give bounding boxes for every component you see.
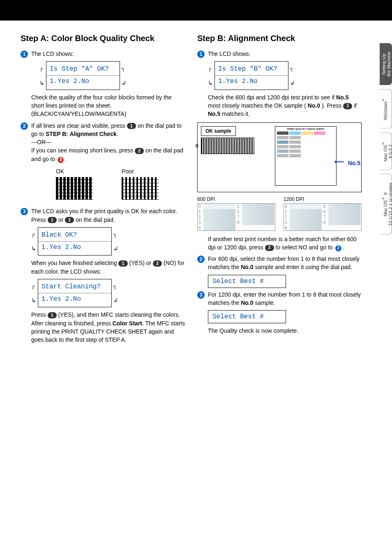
lcd-cycle-right-icon: ╮↲ bbox=[122, 64, 127, 87]
lcd-screen: Start Cleaning? 1.Yes 2.No bbox=[38, 279, 112, 307]
text: When you have finished selecting bbox=[31, 260, 118, 266]
text: Press bbox=[31, 311, 48, 318]
lcd-screen: Black OK? 1.Yes 2.No bbox=[38, 227, 112, 256]
dpi-1200-grid: 051627384 bbox=[284, 203, 362, 231]
quality-sheet-thumbnail: PRINT QUALITY CHECK SHEET bbox=[275, 126, 337, 186]
poor-pattern-image bbox=[122, 177, 159, 200]
lcd-line: 1.Yes 2.No bbox=[38, 293, 111, 305]
lcd-display-a2: ╭↳ Black OK? 1.Yes 2.No ╮↲ bbox=[31, 227, 185, 256]
ok-poor-comparison: OK Poor bbox=[56, 167, 185, 200]
lcd-cycle-right-icon: ╮↲ bbox=[113, 230, 118, 253]
lcd-line: Black OK? bbox=[38, 229, 111, 241]
step-b-2-body: For 600 dpi, select the number from 1 to… bbox=[208, 255, 362, 272]
step-a-1-desc: Check the quality of the four color bloc… bbox=[31, 93, 185, 118]
lcd-intro-text: The LCD shows: bbox=[208, 50, 362, 58]
step-b-3-body: For 1200 dpi, enter the number from 1 to… bbox=[208, 290, 362, 307]
lcd-cycle-left-icon: ╭↳ bbox=[31, 230, 37, 253]
bullet-3-icon: 3 bbox=[197, 291, 205, 299]
text: on the dial pad. bbox=[76, 216, 115, 223]
bullet-1-icon: 1 bbox=[21, 51, 28, 58]
lcd-line: 1.Yes 2.No bbox=[46, 75, 120, 88]
lcd-select-best-1: Select Best # bbox=[208, 275, 286, 288]
text: For 1200 dpi, enter the number from 1 to… bbox=[208, 291, 361, 306]
poor-column: Poor bbox=[122, 167, 159, 200]
dpi-1200-column: 1200 DPI 051627384 bbox=[284, 196, 362, 231]
dialpad-1-key: 1 bbox=[127, 123, 136, 129]
step-b-1: 1 The LCD shows: ╭↳ Is Step "B" OK? 1.Ye… bbox=[197, 50, 362, 118]
text: most closely matches the OK sample ( bbox=[208, 102, 306, 109]
text: ). Press bbox=[322, 102, 343, 109]
ok-sample-label: OK sample bbox=[201, 126, 236, 136]
lcd-screen: Is Step "B" OK? 1.Yes 2.No bbox=[214, 61, 288, 90]
lcd-intro-text: The LCD shows: bbox=[31, 50, 185, 58]
or-divider: ---OR--- bbox=[31, 138, 185, 146]
dpi-600-column: 600 DPI 051627384 bbox=[197, 196, 275, 231]
text: (YES), and then MFC starts cleaning the … bbox=[58, 311, 180, 318]
step-a-3-body: The LCD asks you if the print quality is… bbox=[31, 207, 185, 344]
lcd-line: Is Step "A" OK? bbox=[46, 63, 120, 75]
ok-label: OK bbox=[56, 167, 93, 175]
text: . bbox=[117, 131, 118, 137]
text-bold: No.5 bbox=[208, 111, 220, 117]
dialpad-1-key: 1 bbox=[343, 103, 352, 109]
lcd-display-a1: ╭↳ Is Step "A" OK? 1.Yes 2.No ╮↲ bbox=[39, 61, 185, 90]
text: After cleaning is finished, press bbox=[31, 320, 113, 327]
dialpad-1-key: 1 bbox=[118, 260, 127, 267]
step-b-3: 3 For 1200 dpi, enter the number from 1 … bbox=[197, 290, 362, 307]
lcd-cycle-right-icon: ╮↲ bbox=[113, 282, 118, 305]
text: (YES) or bbox=[129, 260, 153, 266]
lcd-cycle-left-icon: ╭↳ bbox=[31, 282, 37, 305]
step-a-column: Step A: Color Block Quality Check 1 The … bbox=[21, 29, 185, 347]
ref-bullet-3-icon: 3 bbox=[58, 157, 64, 163]
step-a-3: 3 The LCD asks you if the print quality … bbox=[21, 207, 185, 344]
ok-pattern-image bbox=[56, 177, 93, 200]
dialpad-1-key: 1 bbox=[48, 217, 57, 223]
step-a-title: Step A: Color Block Quality Check bbox=[21, 33, 185, 44]
lcd-line: Start Cleaning? bbox=[38, 281, 111, 293]
text: if bbox=[354, 102, 357, 109]
dialpad-1-key: 1 bbox=[48, 312, 57, 318]
text: . bbox=[65, 156, 66, 162]
text: . bbox=[342, 244, 344, 251]
step-b-column: Step B: Alignment Check 1 The LCD shows:… bbox=[197, 29, 362, 347]
dialpad-2-key: 2 bbox=[65, 217, 74, 223]
tab-macos-x[interactable]: Mac OS® X10.1/10.2.1 or greater bbox=[380, 174, 392, 235]
dpi-600-label: 600 DPI bbox=[197, 196, 275, 202]
lcd-cycle-left-icon: ╭↳ bbox=[39, 64, 45, 87]
dialpad-2-key: 2 bbox=[265, 245, 274, 251]
bullet-1-icon: 1 bbox=[197, 51, 205, 58]
text-bold: No.5 bbox=[336, 94, 348, 101]
tab-macos-classic[interactable]: Mac OS®8.6-9.2 bbox=[380, 133, 392, 170]
completion-text: The Quality check is now complete. bbox=[208, 327, 362, 335]
tab-setting-up[interactable]: Setting Up the Machine bbox=[380, 43, 392, 85]
dpi-1200-label: 1200 DPI bbox=[284, 196, 362, 202]
text-bold: STEP B: Alignment Check bbox=[46, 131, 117, 137]
bullet-2-icon: 2 bbox=[197, 256, 205, 263]
step-a-2: 2 If all lines are clear and visible, pr… bbox=[21, 122, 185, 204]
step-a-1: 1 The LCD shows: ╭↳ Is Step "A" OK? 1.Ye… bbox=[21, 50, 185, 118]
lcd-line: Is Step "B" OK? bbox=[215, 63, 288, 75]
text: If all lines are clear and visible, pres… bbox=[31, 122, 127, 129]
text-bold: No.0 bbox=[241, 299, 253, 306]
step-a-1-body: The LCD shows: ╭↳ Is Step "A" OK? 1.Yes … bbox=[31, 50, 185, 118]
no5-label: No.5 bbox=[348, 160, 360, 166]
tab-windows[interactable]: Windows® bbox=[380, 89, 392, 129]
bullet-2-icon: 2 bbox=[21, 122, 28, 130]
step-a-2-body: If all lines are clear and visible, pres… bbox=[31, 122, 185, 204]
text: to select NO and go to bbox=[276, 244, 334, 251]
lcd-cycle-right-icon: ╮↲ bbox=[290, 64, 295, 87]
text: sample and enter it using the dial pad. bbox=[255, 264, 352, 270]
poor-label: Poor bbox=[122, 167, 159, 175]
text-bold: Color Start bbox=[113, 320, 142, 327]
text: or bbox=[58, 216, 65, 223]
page-content: Step A: Color Block Quality Check 1 The … bbox=[0, 21, 392, 355]
lcd-select-best-2: Select Best # bbox=[208, 310, 286, 323]
lcd-display-b1: ╭↳ Is Step "B" OK? 1.Yes 2.No ╮↲ bbox=[208, 61, 362, 90]
sheet-title: PRINT QUALITY CHECK SHEET bbox=[277, 128, 335, 130]
step-b-title: Step B: Alignment Check bbox=[197, 33, 362, 44]
ok-column: OK bbox=[56, 167, 93, 200]
dialpad-2-key: 2 bbox=[153, 260, 162, 267]
step-b-1-body: The LCD shows: ╭↳ Is Step "B" OK? 1.Yes … bbox=[208, 50, 362, 118]
ref-bullet-2-icon: 2 bbox=[335, 245, 341, 251]
text: matches it. bbox=[222, 111, 250, 117]
